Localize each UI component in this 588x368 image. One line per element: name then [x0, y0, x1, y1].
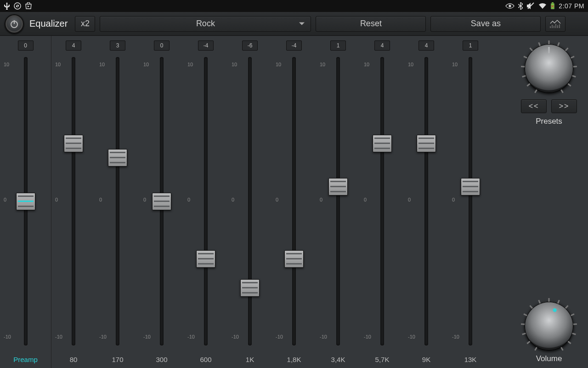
band-value-box: -4: [286, 40, 302, 51]
scale-label: 0: [99, 197, 102, 202]
slider-thumb[interactable]: [152, 193, 171, 210]
svg-text:✕: ✕: [551, 4, 554, 9]
band-slider[interactable]: [24, 57, 28, 345]
multiplier-button[interactable]: x2: [75, 16, 95, 32]
freq-label: 5,7K: [375, 356, 390, 363]
band-value-box: 0: [154, 40, 170, 51]
eq-bands: 0100-10Preamp4100-10803100-101700100-103…: [0, 36, 510, 368]
band-slider[interactable]: [204, 57, 208, 345]
volume-label: Volume: [510, 354, 588, 363]
play-store-icon: [25, 2, 32, 10]
band-value-box: 4: [66, 40, 81, 51]
power-button[interactable]: [5, 14, 24, 34]
scale-label: 10: [232, 62, 237, 67]
eq-toolbar: Equalizer x2 Rock Reset Save as: [0, 12, 588, 36]
volume-knob[interactable]: [525, 302, 573, 351]
sync-icon: [14, 2, 21, 10]
preset-knob[interactable]: [525, 44, 573, 93]
eq-band: -4100-101,8K: [272, 36, 316, 368]
preamp-band: 0100-10Preamp: [0, 36, 51, 368]
scale-label: 0: [143, 197, 146, 202]
slider-thumb[interactable]: [417, 135, 436, 152]
clock: 2:07 PM: [559, 2, 584, 10]
graph-view-button[interactable]: [545, 16, 565, 32]
band-slider[interactable]: [336, 57, 340, 345]
band-slider[interactable]: [424, 57, 428, 345]
scale-label: 10: [276, 62, 281, 67]
scale-label: 10: [187, 62, 193, 67]
band-slider[interactable]: [116, 57, 119, 345]
band-slider[interactable]: [292, 57, 296, 345]
eq-band: 4100-1080: [51, 36, 96, 368]
scale-label: 10: [55, 62, 61, 67]
scale-label: -10: [143, 334, 151, 339]
reset-button[interactable]: Reset: [316, 16, 426, 32]
preset-select-label: Rock: [196, 19, 215, 29]
slider-thumb[interactable]: [108, 149, 127, 167]
eq-band: 0100-10300: [140, 36, 184, 368]
freq-label: 600: [200, 356, 211, 363]
svg-point-1: [509, 5, 511, 7]
scale-label: 0: [55, 197, 58, 202]
scale-label: 0: [320, 197, 322, 202]
freq-label: 1,8K: [287, 356, 301, 363]
slider-thumb[interactable]: [328, 178, 348, 196]
wifi-icon: [538, 3, 547, 9]
band-value-box: -4: [198, 40, 214, 51]
band-value-box: 1: [330, 40, 346, 51]
scale-label: 10: [364, 62, 369, 67]
band-slider[interactable]: [72, 57, 75, 345]
scale-label: -10: [4, 334, 11, 339]
scale-label: -10: [187, 334, 195, 339]
scale-label: 0: [276, 197, 278, 202]
scale-label: 10: [4, 62, 9, 67]
freq-label: 1K: [246, 356, 254, 363]
band-slider[interactable]: [248, 57, 252, 345]
chevron-down-icon: [299, 19, 305, 29]
freq-label: 300: [156, 356, 167, 363]
saveas-button[interactable]: Save as: [430, 16, 541, 32]
band-slider[interactable]: [469, 57, 472, 345]
eq-band: 4100-105,7K: [360, 36, 404, 368]
app-title: Equalizer: [28, 18, 70, 29]
slider-thumb[interactable]: [373, 135, 392, 152]
freq-label: 9K: [422, 356, 430, 363]
eq-band: 4100-109K: [404, 36, 448, 368]
scale-label: 0: [364, 197, 367, 202]
presets-label: Presets: [510, 117, 588, 126]
svg-rect-4: [552, 2, 554, 3]
scale-label: 10: [320, 62, 325, 67]
scale-label: 10: [143, 62, 149, 67]
battery-icon: ✕: [550, 2, 555, 10]
scale-label: 0: [452, 197, 455, 202]
scale-label: 10: [99, 62, 105, 67]
preset-select[interactable]: Rock: [100, 16, 311, 32]
band-value-box: 4: [418, 40, 434, 51]
bluetooth-icon: [518, 2, 523, 10]
scale-label: 0: [4, 197, 6, 202]
preset-prev-button[interactable]: <<: [521, 99, 547, 113]
preamp-label: Preamp: [13, 356, 38, 363]
band-slider[interactable]: [160, 57, 164, 345]
scale-label: -10: [364, 334, 371, 339]
slider-thumb[interactable]: [284, 250, 304, 268]
slider-thumb[interactable]: [196, 250, 215, 268]
freq-label: 80: [70, 356, 78, 363]
eq-main: 0100-10Preamp4100-10803100-101700100-103…: [0, 36, 588, 368]
scale-label: 0: [232, 197, 234, 202]
slider-thumb[interactable]: [64, 135, 83, 152]
preset-next-button[interactable]: >>: [551, 99, 577, 113]
scale-label: 10: [408, 62, 413, 67]
eq-band: 3100-10170: [96, 36, 140, 368]
eq-band: 1100-1013K: [448, 36, 492, 368]
freq-label: 3,4K: [331, 356, 345, 363]
right-column: << >> Presets Volume: [510, 36, 588, 368]
freq-label: 170: [112, 356, 123, 363]
slider-thumb[interactable]: [16, 193, 35, 210]
band-slider[interactable]: [380, 57, 384, 345]
slider-thumb[interactable]: [240, 279, 260, 297]
scale-label: -10: [232, 334, 239, 339]
usb-icon: [4, 2, 10, 10]
slider-thumb[interactable]: [461, 178, 480, 196]
band-value-box: 1: [463, 40, 478, 51]
